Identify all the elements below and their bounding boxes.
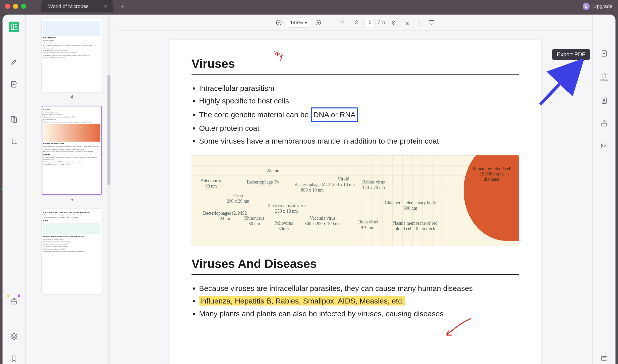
app-canvas: Dinoflagellata • Naked flagella • Motile…: [3, 15, 615, 364]
presentation-button[interactable]: [426, 17, 437, 28]
thumb-heading: Viroids: [43, 154, 100, 156]
thumb-heading: Prion's Disease Of Human Inheritance And…: [43, 211, 100, 214]
box-annotation: DNA or RNA: [311, 107, 358, 122]
share-button[interactable]: [599, 118, 609, 129]
copy-pages-tool[interactable]: [9, 114, 19, 125]
layers-button[interactable]: [9, 331, 19, 341]
heading-diseases: Viruses And Diseases: [192, 257, 519, 275]
chevron-down-icon: ▾: [305, 20, 307, 26]
virus-diagram: Adenovirus90 nm Bacteriophage T4 225 nm …: [192, 155, 519, 246]
page-number-label: 5: [42, 197, 102, 203]
page-separator: /: [378, 19, 380, 26]
maximize-window[interactable]: [21, 4, 26, 9]
prev-page-button[interactable]: [350, 17, 362, 28]
gift-button[interactable]: [9, 296, 19, 307]
zoom-out-button[interactable]: [273, 17, 285, 28]
bullet-list-2: Because viruses are intracellular parasi…: [192, 282, 519, 320]
highlighter-tool[interactable]: [9, 56, 19, 67]
bullet-item: Highly specific to host cells: [199, 95, 519, 107]
thumbnail-panel: Dinoflagellata • Naked flagella • Motile…: [26, 15, 118, 364]
tab-title: World of Microbes: [48, 4, 89, 9]
divider: [9, 102, 19, 102]
window-controls: [5, 4, 26, 9]
bullet-item: Outer protein coat: [199, 122, 519, 135]
email-button[interactable]: [599, 141, 609, 151]
svg-rect-0: [11, 24, 13, 30]
pdfa-label: PDF/A: [600, 79, 608, 81]
bullet-list-1: Intracellular parasitism Highly specific…: [192, 82, 519, 147]
thumbnail-scrollbar-track[interactable]: [107, 15, 110, 364]
thumb-heading: Viruses And Diseases: [43, 143, 100, 145]
last-page-button[interactable]: [402, 17, 413, 28]
page-number-input[interactable]: [364, 18, 376, 27]
right-toolbar: PDF/A: [592, 15, 615, 364]
zoom-level-select[interactable]: 149% ▾: [287, 18, 310, 28]
export-pdf-button[interactable]: [599, 48, 609, 59]
svg-line-32: [540, 62, 580, 104]
document-viewport[interactable]: Viruses Intracellular parasitism Highly …: [118, 31, 592, 364]
annotate-tool[interactable]: [9, 79, 19, 90]
export-pdf-tooltip: Export PDF: [552, 49, 590, 60]
divider: [9, 319, 19, 319]
page-indicator: / 6: [364, 18, 385, 27]
divider: [9, 44, 19, 44]
bullet-item: The core genetic material can be DNA or …: [199, 107, 519, 122]
thumb-heading: Growth And Cultivation Of Microorganisms: [43, 235, 100, 238]
first-page-button[interactable]: [336, 17, 348, 28]
thumbnail-scrollbar-thumb[interactable]: [107, 75, 110, 185]
workspace: Dinoflagellata • Naked flagella • Motile…: [0, 13, 618, 364]
upgrade-button[interactable]: Upgrade: [593, 4, 612, 9]
close-window[interactable]: [5, 4, 10, 9]
svg-rect-27: [602, 123, 607, 126]
callout-arrow: [535, 59, 585, 107]
spark-annotation: [271, 50, 284, 65]
comments-button[interactable]: [599, 353, 609, 364]
bookmark-button[interactable]: [9, 353, 19, 364]
next-page-button[interactable]: [388, 17, 399, 28]
document-page: Viruses Intracellular parasitism Highly …: [169, 40, 541, 364]
bullet-item: Influenza, Hepatitis B, Rabies, Smallpox…: [199, 295, 519, 307]
document-tab[interactable]: World of Microbes ✕: [41, 0, 113, 12]
zoom-value: 149%: [290, 20, 303, 25]
separator: [419, 19, 420, 26]
page-thumbnail-6[interactable]: Prion's Disease Of Human Inheritance And…: [42, 209, 102, 294]
titlebar: World of Microbes ✕ ＋ U Upgrade: [0, 0, 618, 13]
separator: [330, 19, 330, 26]
highlight-annotation: Influenza, Hepatitis B, Rabies, Smallpox…: [199, 296, 405, 306]
svg-rect-28: [601, 144, 607, 148]
main-area: 149% ▾ / 6: [118, 15, 592, 364]
export-pdfa-button[interactable]: PDF/A: [599, 71, 609, 83]
tab-close-icon[interactable]: ✕: [104, 4, 107, 9]
thumbnails-panel-button[interactable]: [9, 22, 19, 32]
minimize-window[interactable]: [13, 4, 18, 9]
crop-tool[interactable]: [9, 137, 19, 147]
svg-rect-26: [603, 101, 605, 102]
svg-marker-13: [11, 333, 17, 337]
thumb-heading: Viruses: [43, 108, 100, 111]
left-toolbar: [3, 15, 26, 364]
svg-rect-21: [429, 20, 434, 24]
new-tab-button[interactable]: ＋: [119, 2, 126, 11]
bullet-item: Some viruses have a membranous mantle in…: [199, 135, 519, 147]
page-thumbnail-4[interactable]: Dinoflagellata • Naked flagella • Motile…: [42, 19, 102, 92]
thumb-heading: Dinoflagellata: [43, 37, 100, 39]
page-thumbnail-5[interactable]: Viruses • Intracellular parasitism • Hig…: [42, 106, 102, 195]
thumb-heading: Kuru: [43, 220, 100, 222]
zoom-in-button[interactable]: [313, 17, 324, 28]
heading-viruses: Viruses: [192, 57, 519, 75]
page-number-label: 4: [42, 94, 102, 100]
page-total: 6: [382, 19, 385, 26]
svg-rect-29: [601, 356, 607, 360]
bullet-item: Because viruses are intracellular parasi…: [199, 282, 519, 295]
lock-document-button[interactable]: [599, 95, 609, 106]
account-avatar[interactable]: U: [583, 3, 590, 10]
bullet-item: Intracellular parasitism: [199, 82, 519, 95]
viewer-toolbar: 149% ▾ / 6: [118, 15, 592, 31]
